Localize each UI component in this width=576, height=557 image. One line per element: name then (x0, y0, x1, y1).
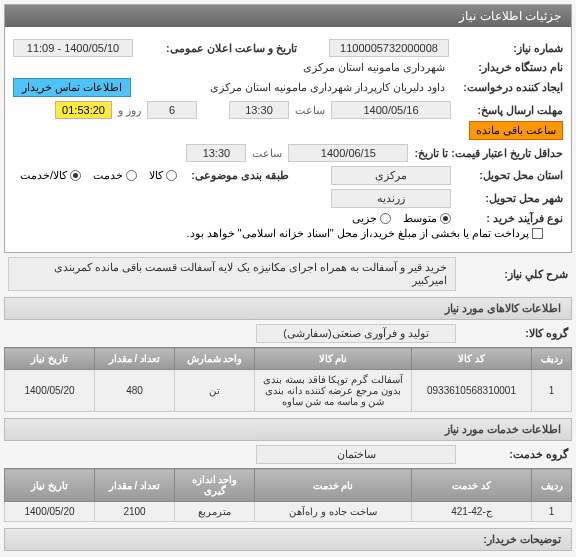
deadline-label: مهلت ارسال پاسخ: (453, 104, 563, 117)
td-code: ج-42-421 (412, 502, 532, 522)
deadline-hour: 13:30 (229, 101, 289, 119)
province-label: استان محل تحویل: (453, 169, 563, 182)
deadline-hour-label: ساعت (291, 104, 329, 117)
validity-date: 1400/06/15 (288, 144, 408, 162)
th-code: کد کالا (412, 348, 532, 370)
services-table: ردیف کد خدمت نام خدمت واحد اندازه گیری ت… (4, 468, 572, 522)
th-qty: تعداد / مقدار (95, 348, 175, 370)
radio-icon (166, 170, 177, 181)
announce-label: تاریخ و ساعت اعلان عمومی: (137, 42, 297, 55)
goods-group-label: گروه کالا: (458, 327, 568, 340)
row-requester: ایجاد کننده درخواست: داود دلیریان کارپرد… (13, 78, 563, 97)
row-need-title: شرح کلي نياز: خرید قیر و آسفالت به همراه… (8, 257, 568, 291)
th-unit: واحد اندازه گیری (175, 469, 255, 502)
td-qty: 480 (95, 370, 175, 412)
row-response-deadline: مهلت ارسال پاسخ: 1400/05/16 ساعت 13:30 6… (13, 101, 563, 140)
radio-icon (126, 170, 137, 181)
radio-both[interactable]: کالا/خدمت (20, 169, 81, 182)
radio-minor-label: جزیی (352, 212, 377, 225)
th-row: ردیف (532, 469, 572, 502)
th-code: کد خدمت (412, 469, 532, 502)
services-section-title: اطلاعات خدمات مورد نیاز (4, 418, 572, 441)
category-radio-group: کالا خدمت کالا/خدمت (20, 169, 177, 182)
buyer-org-text: شهرداری مامونیه استان مرکزی (297, 61, 451, 74)
td-unit: مترمربع (175, 502, 255, 522)
remaining-time: 01:53:20 (55, 101, 112, 119)
th-row: ردیف (532, 348, 572, 370)
deadline-day-label: روز و (114, 104, 145, 117)
radio-icon (70, 170, 81, 181)
checkbox-icon (532, 228, 543, 239)
radio-service[interactable]: خدمت (93, 169, 137, 182)
td-row: 1 (532, 370, 572, 412)
deadline-day: 6 (147, 101, 197, 119)
td-unit: تن (175, 370, 255, 412)
td-qty: 2100 (95, 502, 175, 522)
validity-hour: 13:30 (186, 144, 246, 162)
td-row: 1 (532, 502, 572, 522)
radio-icon (380, 213, 391, 224)
radio-goods-label: کالا (149, 169, 163, 182)
panel-body: شماره نیاز: 1100005732000008 تاریخ و ساع… (5, 27, 571, 252)
table-row[interactable]: 1 0933610568310001 آسفالت گرم توپکا فاقد… (5, 370, 572, 412)
radio-goods[interactable]: کالا (149, 169, 177, 182)
panel-title: جزئیات اطلاعات نیاز (5, 5, 571, 27)
services-group-value: ساختمان (256, 445, 456, 464)
td-date: 1400/05/20 (5, 502, 95, 522)
th-name: نام خدمت (255, 469, 412, 502)
td-name: آسفالت گرم توپکا فاقد بسته بندی بدون مرج… (255, 370, 412, 412)
need-no-value: 1100005732000008 (329, 39, 449, 57)
radio-both-label: کالا/خدمت (20, 169, 67, 182)
goods-header-row: ردیف کد کالا نام کالا واحد شمارش تعداد /… (5, 348, 572, 370)
buyer-contact-button[interactable]: اطلاعات تماس خریدار (13, 78, 131, 97)
buy-process-radio-group: متوسط جزیی (352, 212, 451, 225)
goods-section-title: اطلاعات کالاهای مورد نیاز (4, 297, 572, 320)
goods-group-value: تولید و فرآوری صنعتی(سفارشی) (256, 324, 456, 343)
details-panel: جزئیات اطلاعات نیاز شماره نیاز: 11000057… (4, 4, 572, 253)
buy-process-label: نوع فرآیند خرید : (453, 212, 563, 225)
requester-label: ایجاد کننده درخواست: (453, 81, 563, 94)
announce-value: 1400/05/10 - 11:09 (13, 39, 133, 57)
radio-icon (440, 213, 451, 224)
th-unit: واحد شمارش (175, 348, 255, 370)
deadline-date: 1400/05/16 (331, 101, 451, 119)
buyer-org-label: نام دستگاه خریدار: (453, 61, 563, 74)
row-need-no: شماره نیاز: 1100005732000008 تاریخ و ساع… (13, 39, 563, 57)
row-buyer-org: نام دستگاه خریدار: شهرداری مامونیه استان… (13, 61, 563, 74)
td-date: 1400/05/20 (5, 370, 95, 412)
th-date: تاریخ نیاز (5, 469, 95, 502)
province-value: مرکزی (331, 166, 451, 185)
requester-text: داود دلیریان کارپرداز شهرداری مامونیه اس… (204, 81, 451, 94)
th-name: نام کالا (255, 348, 412, 370)
row-goods-group: گروه کالا: تولید و فرآوری صنعتی(سفارشی) (8, 324, 568, 343)
row-validity: حداقل تاریخ اعتبار قیمت: تا تاریخ: 1400/… (13, 144, 563, 162)
need-title-text: خرید قیر و آسفالت به همراه اجرای مکانیزه… (8, 257, 456, 291)
buyer-notes-title: توضیحات خریدار: (4, 528, 572, 551)
need-title-label: شرح کلي نياز: (458, 268, 568, 281)
row-province: استان محل تحویل: مرکزی طبقه بندی موضوعی:… (13, 166, 563, 185)
remaining-label: ساعت باقی مانده (469, 121, 563, 140)
payment-note-text: پرداخت تمام یا بخشی از مبلغ خرید،از محل … (186, 227, 529, 240)
need-no-label: شماره نیاز: (453, 42, 563, 55)
th-qty: تعداد / مقدار (95, 469, 175, 502)
row-city: شهر محل تحویل: زرندیه (13, 189, 563, 208)
goods-table: ردیف کد کالا نام کالا واحد شمارش تعداد /… (4, 347, 572, 412)
td-name: ساخت جاده و راه‌آهن (255, 502, 412, 522)
radio-minor[interactable]: جزیی (352, 212, 391, 225)
payment-note-check[interactable]: پرداخت تمام یا بخشی از مبلغ خرید،از محل … (186, 227, 543, 240)
validity-hour-label: ساعت (248, 147, 286, 160)
th-date: تاریخ نیاز (5, 348, 95, 370)
row-services-group: گروه خدمت: ساختمان (8, 445, 568, 464)
td-code: 0933610568310001 (412, 370, 532, 412)
radio-medium-label: متوسط (403, 212, 437, 225)
row-buy-process: نوع فرآیند خرید : متوسط جزیی پرداخت تمام… (13, 212, 563, 240)
table-row[interactable]: 1 ج-42-421 ساخت جاده و راه‌آهن مترمربع 2… (5, 502, 572, 522)
radio-medium[interactable]: متوسط (403, 212, 451, 225)
radio-service-label: خدمت (93, 169, 123, 182)
city-value: زرندیه (331, 189, 451, 208)
category-label: طبقه بندی موضوعی: (179, 169, 289, 182)
validity-label: حداقل تاریخ اعتبار قیمت: تا تاریخ: (410, 147, 563, 160)
city-label: شهر محل تحویل: (453, 192, 563, 205)
services-header-row: ردیف کد خدمت نام خدمت واحد اندازه گیری ت… (5, 469, 572, 502)
services-group-label: گروه خدمت: (458, 448, 568, 461)
